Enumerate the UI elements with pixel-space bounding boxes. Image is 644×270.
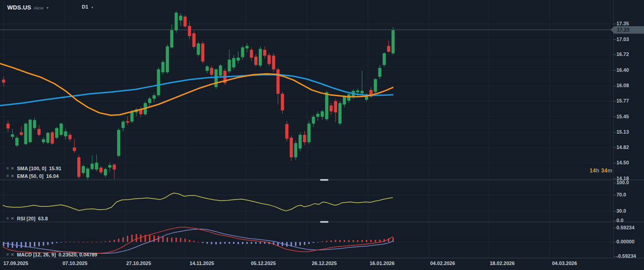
macd-histogram-bar: [286, 242, 288, 247]
price-axis-label: 17.35: [616, 21, 629, 26]
panel-resize-handle[interactable]: [320, 221, 328, 223]
macd-histogram-bar: [264, 242, 266, 244]
sma-value: 15.91: [49, 165, 61, 172]
panel-resize-handle[interactable]: [320, 179, 328, 181]
candle: [33, 118, 36, 130]
candle: [157, 67, 160, 97]
macd-histogram-bar: [344, 240, 345, 242]
candle: [338, 102, 341, 126]
macd-histogram-bar: [331, 240, 332, 242]
candle: [276, 67, 280, 104]
macd-histogram-bar: [317, 242, 318, 242]
macd-axis-label: 0.59234: [616, 225, 635, 230]
candle: [281, 92, 284, 114]
macd-value: 0.23520, 0.04789: [59, 251, 98, 258]
candle: [254, 54, 257, 67]
candle: [24, 123, 28, 145]
candle: [161, 60, 164, 74]
candle: [285, 121, 289, 142]
candle: [175, 11, 178, 33]
macd-histogram-bar: [313, 242, 314, 243]
macd-histogram-bar: [233, 242, 234, 244]
rsi-axis-label: 100.0: [616, 180, 629, 185]
candle: [37, 125, 41, 136]
macd-histogram-bar: [357, 240, 359, 242]
macd-histogram-bar: [353, 240, 354, 242]
candle: [69, 133, 72, 142]
macd-histogram-bar: [220, 242, 221, 244]
macd-histogram-bar: [29, 242, 31, 247]
macd-histogram-bar: [118, 239, 119, 242]
macd-histogram-bar: [193, 241, 195, 242]
date-axis-label: 04.03.2026: [543, 261, 586, 266]
candle-countdown-timer: 14h34m: [589, 168, 612, 174]
sma-indicator-legend: ≡ ✕ SMA [100, 0] 15.91: [6, 165, 61, 172]
candle: [183, 15, 187, 28]
macd-histogram-bar: [375, 240, 376, 242]
price-axis-label: 14.50: [616, 160, 629, 165]
macd-histogram-bar: [109, 241, 111, 242]
macd-histogram-bar: [127, 236, 128, 242]
candle: [55, 127, 58, 139]
candle: [135, 108, 138, 116]
macd-histogram-bar: [100, 242, 102, 242]
candle: [215, 69, 218, 89]
price-axis-label: 16.40: [616, 67, 629, 73]
macd-histogram-bar: [229, 242, 230, 244]
candle: [299, 132, 302, 151]
rsi-label: RSI [20]: [17, 215, 35, 222]
candle: [86, 167, 89, 180]
macd-histogram-bar: [379, 240, 381, 242]
macd-histogram-bar: [299, 242, 301, 246]
candle: [6, 121, 9, 132]
date-axis-label: 07.10.2025: [54, 261, 96, 266]
indicator-settings-icon[interactable]: ≡: [6, 215, 9, 222]
macd-histogram-bar: [242, 242, 243, 244]
macd-histogram-bar: [136, 234, 137, 242]
macd-histogram-bar: [304, 242, 305, 245]
macd-histogram-bar: [176, 237, 177, 242]
indicator-settings-icon[interactable]: ≡: [6, 173, 9, 179]
candle: [77, 155, 80, 179]
indicator-close-icon[interactable]: ✕: [11, 165, 14, 172]
macd-histogram-bar: [154, 235, 155, 242]
macd-histogram-bar: [184, 239, 186, 242]
candle: [232, 55, 235, 69]
timeframe-selector[interactable]: D1 ▾: [82, 4, 93, 9]
indicator-close-icon[interactable]: ✕: [11, 215, 14, 222]
current-price-badge: 17.23: [611, 26, 644, 34]
macd-signal-line: [3, 229, 393, 253]
macd-histogram-bar: [56, 242, 57, 243]
candle: [210, 66, 213, 77]
candle: [121, 120, 125, 131]
candle: [126, 116, 129, 126]
macd-histogram-bar: [83, 242, 84, 242]
symbol-selector[interactable]: WDS.US Akcie ▾: [7, 4, 48, 11]
macd-histogram-bar: [34, 242, 35, 247]
chevron-down-icon: ▾: [47, 6, 48, 10]
candle: [104, 168, 107, 177]
chart-canvas[interactable]: 17.23: [0, 0, 644, 270]
macd-histogram-bar: [206, 242, 208, 244]
rsi-axis-label: 0.0: [616, 218, 623, 223]
indicator-settings-icon[interactable]: ≡: [6, 251, 9, 258]
macd-histogram: [3, 234, 394, 248]
macd-histogram-bar: [74, 242, 75, 242]
macd-histogram-bar: [96, 242, 97, 242]
macd-axis-label: -0.59234: [616, 253, 636, 259]
countdown-hours-unit: h: [596, 168, 599, 174]
macd-histogram-bar: [211, 242, 212, 244]
date-axis-label: 18.02.2026: [481, 261, 523, 266]
macd-histogram-bar: [335, 240, 336, 242]
indicator-close-icon[interactable]: ✕: [11, 251, 14, 258]
horizontal-gridlines: [0, 24, 613, 242]
candle: [369, 87, 373, 98]
candle: [259, 47, 262, 68]
countdown-hours: 14: [589, 168, 596, 174]
macd-histogram-bar: [92, 242, 93, 242]
indicator-close-icon[interactable]: ✕: [11, 173, 14, 179]
indicator-settings-icon[interactable]: ≡: [6, 165, 9, 172]
macd-indicator-legend: ≡ ✕ MACD [12, 26, 9] 0.23520, 0.04789: [6, 251, 97, 258]
macd-histogram-bar: [260, 242, 261, 244]
candle: [197, 42, 200, 57]
